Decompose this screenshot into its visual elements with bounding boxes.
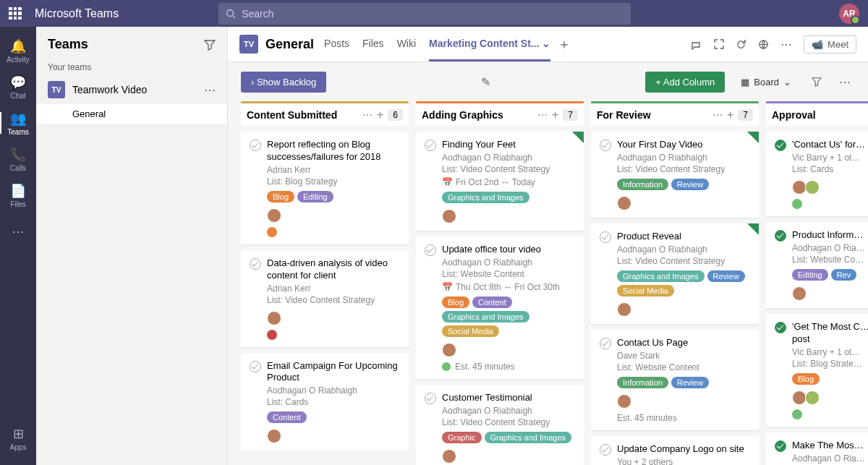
channel-item[interactable]: General (36, 104, 227, 124)
card[interactable]: Product Inform…Aodhagan O Ria…List: Webs… (766, 222, 868, 308)
check-icon[interactable] (250, 361, 261, 372)
card[interactable]: Email Campaign For Upcoming ProductAodha… (241, 353, 409, 451)
column-title: Approval (772, 109, 868, 121)
tab-marketing[interactable]: Marketing Content St... ⌄ (429, 27, 550, 61)
check-icon[interactable] (250, 140, 261, 151)
column-more-icon[interactable]: ⋯ (362, 109, 373, 121)
card[interactable]: Finding Your FeetAodhagan O RiabhaighLis… (416, 132, 584, 231)
card-assignees (267, 311, 400, 325)
card[interactable]: Customer TestimonialAodhagan O Riabhaigh… (416, 385, 584, 465)
column-more-icon[interactable]: ⋯ (537, 109, 548, 121)
rail-teams[interactable]: 👥Teams (0, 105, 36, 141)
assignee-avatar[interactable] (617, 196, 631, 210)
card-assignees (267, 429, 400, 443)
assignee-avatar[interactable] (442, 449, 456, 464)
column-header[interactable]: Content Submitted ⋯ + 6 (241, 101, 409, 126)
assignee-avatar[interactable] (442, 209, 456, 223)
rail-activity[interactable]: 🔔Activity (0, 33, 36, 69)
reply-icon[interactable] (691, 38, 702, 50)
rail-calls[interactable]: 📞Calls (0, 141, 36, 177)
assignee-avatar[interactable] (267, 311, 281, 325)
check-icon[interactable] (775, 140, 786, 151)
panel-subheader: Your teams (36, 59, 227, 75)
rail-apps[interactable]: ⊞Apps (0, 420, 36, 456)
card-owner: Adrian Kerr (267, 165, 400, 175)
card[interactable]: Contact Us PageDave StarkList: Website C… (591, 330, 759, 430)
more-icon[interactable]: ⋯ (780, 38, 792, 51)
assignee-avatar[interactable] (792, 391, 807, 405)
check-icon[interactable] (775, 230, 786, 242)
card[interactable]: Data-driven analysis of video content fo… (241, 250, 409, 347)
check-icon[interactable] (425, 244, 436, 256)
card-tags: Graphics and ImagesReviewSocial Media (617, 270, 750, 297)
assignee-avatar[interactable] (805, 391, 820, 405)
rail-chat[interactable]: 💬Chat (0, 69, 36, 105)
app-rail: 🔔Activity 💬Chat 👥Teams 📞Calls 📄Files ⋯ ⊞… (0, 27, 36, 465)
column-add-icon[interactable]: + (377, 108, 383, 121)
card[interactable]: Product RevealAodhagan O RiabhaighList: … (591, 223, 759, 324)
tab-wiki[interactable]: Wiki (397, 27, 416, 61)
assignee-avatar[interactable] (617, 394, 631, 409)
column-add-icon[interactable]: + (727, 108, 733, 121)
card[interactable]: Your First Day VideoAodhagan O Riabhaigh… (591, 132, 759, 218)
card[interactable]: Report reflecting on Blog successes/fail… (241, 132, 409, 244)
column-header[interactable]: For Review ⋯ + 7 (591, 101, 759, 126)
search-input[interactable] (242, 8, 624, 20)
card-list: List: Website Content (617, 362, 750, 372)
show-backlog-button[interactable]: › Show Backlog (241, 72, 326, 93)
filter-icon[interactable] (204, 39, 216, 51)
card-tags: Graphics and Images (442, 192, 575, 203)
check-icon[interactable] (600, 338, 611, 349)
assignee-avatar[interactable] (267, 429, 281, 443)
tab-files[interactable]: Files (362, 27, 384, 61)
card-title: Product Inform… (792, 229, 863, 242)
add-tab-button[interactable]: ＋ (558, 35, 571, 53)
card[interactable]: Update Company Logo on siteYou + 2 other… (591, 436, 759, 465)
column-header[interactable]: Approval ⋯ + (766, 101, 868, 126)
card[interactable]: 'Contact Us' for…Vic Barry + 1 ot…List: … (766, 132, 868, 216)
team-row[interactable]: TV Teamwork Video ⋯ (36, 75, 227, 104)
card-title: Product Reveal (617, 231, 681, 243)
card-tags: EditingRev (792, 269, 868, 281)
search-bar[interactable] (218, 3, 631, 25)
app-launcher[interactable] (9, 7, 22, 20)
pencil-icon[interactable]: ✎ (477, 71, 495, 93)
column-more-icon[interactable]: ⋯ (712, 109, 723, 121)
card[interactable]: 'Get The Most C…' Medium postVic Barry +… (766, 314, 868, 427)
column-add-icon[interactable]: + (552, 108, 558, 121)
rail-files[interactable]: 📄Files (0, 177, 36, 213)
user-avatar[interactable]: AR (839, 4, 859, 24)
view-switcher[interactable]: ▦Board⌄ (733, 72, 799, 92)
board: Content Submitted ⋯ + 6 Report reflectin… (228, 101, 868, 465)
assignee-avatar[interactable] (792, 286, 807, 301)
search-icon (226, 9, 236, 19)
check-icon[interactable] (250, 258, 261, 270)
teams-icon: 👥 (10, 111, 26, 127)
rail-more[interactable]: ⋯ (0, 213, 36, 249)
assignee-avatar[interactable] (267, 208, 281, 223)
assignee-avatar[interactable] (805, 180, 820, 195)
expand-icon[interactable] (714, 39, 724, 49)
assignee-avatar[interactable] (792, 180, 807, 195)
filter-icon[interactable] (807, 72, 826, 91)
check-icon[interactable] (600, 140, 611, 151)
card-assignees (792, 286, 868, 301)
assignee-avatar[interactable] (617, 302, 631, 317)
globe-icon[interactable] (758, 39, 769, 50)
card[interactable]: Update office tour videoAodhagan O Riabh… (416, 236, 584, 379)
meet-button[interactable]: 📹Meet (804, 35, 856, 54)
check-icon[interactable] (425, 393, 436, 404)
check-icon[interactable] (600, 231, 611, 243)
check-icon[interactable] (425, 140, 436, 151)
refresh-icon[interactable] (736, 39, 746, 50)
team-more-icon[interactable]: ⋯ (204, 83, 216, 97)
check-icon[interactable] (775, 322, 786, 333)
more-icon[interactable]: ⋯ (835, 71, 855, 93)
check-icon[interactable] (775, 440, 786, 452)
card[interactable]: Make The Mos…Aodhagan O Ria… (766, 432, 868, 465)
add-column-button[interactable]: + Add Column (645, 72, 725, 93)
column-header[interactable]: Adding Graphics ⋯ + 7 (416, 101, 584, 126)
assignee-avatar[interactable] (442, 343, 456, 357)
check-icon[interactable] (600, 444, 611, 456)
tab-posts[interactable]: Posts (324, 27, 349, 61)
